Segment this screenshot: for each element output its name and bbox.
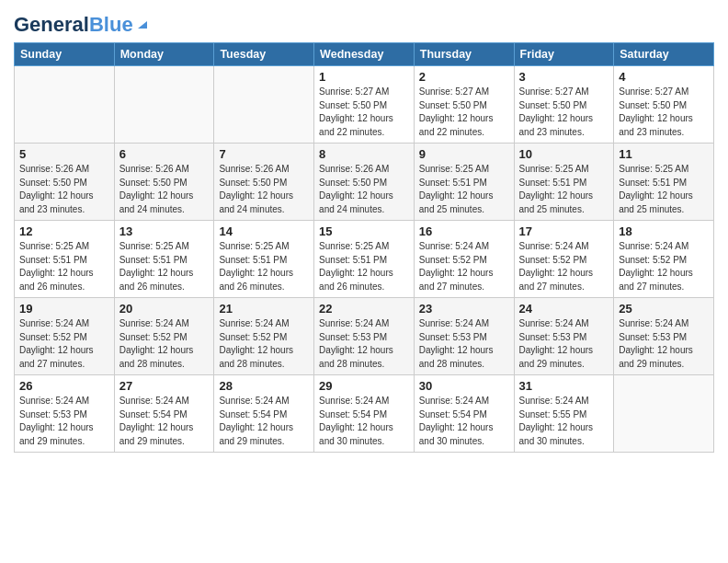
calendar-cell: 19Sunrise: 5:24 AM Sunset: 5:52 PM Dayli… [15,298,115,375]
calendar-week: 1Sunrise: 5:27 AM Sunset: 5:50 PM Daylig… [15,66,714,144]
calendar-cell: 21Sunrise: 5:24 AM Sunset: 5:52 PM Dayli… [214,298,314,375]
logo: GeneralBlue [14,15,149,35]
day-number: 28 [219,379,309,393]
day-info: Sunrise: 5:25 AM Sunset: 5:51 PM Dayligh… [319,240,409,293]
day-info: Sunrise: 5:26 AM Sunset: 5:50 PM Dayligh… [219,163,309,216]
calendar-cell: 11Sunrise: 5:25 AM Sunset: 5:51 PM Dayli… [614,144,714,221]
calendar-cell: 24Sunrise: 5:24 AM Sunset: 5:53 PM Dayli… [514,298,614,375]
calendar-cell: 16Sunrise: 5:24 AM Sunset: 5:52 PM Dayli… [414,221,514,298]
calendar-cell: 5Sunrise: 5:26 AM Sunset: 5:50 PM Daylig… [15,144,115,221]
day-info: Sunrise: 5:27 AM Sunset: 5:50 PM Dayligh… [619,86,709,139]
day-number: 10 [519,147,609,161]
day-number: 1 [319,70,409,84]
svg-marker-0 [138,21,147,29]
day-info: Sunrise: 5:25 AM Sunset: 5:51 PM Dayligh… [219,240,309,293]
calendar-cell: 12Sunrise: 5:25 AM Sunset: 5:51 PM Dayli… [15,221,115,298]
day-number: 30 [419,379,509,393]
day-info: Sunrise: 5:24 AM Sunset: 5:53 PM Dayligh… [19,395,109,448]
day-info: Sunrise: 5:24 AM Sunset: 5:54 PM Dayligh… [419,395,509,448]
day-number: 22 [319,302,409,316]
calendar-cell: 1Sunrise: 5:27 AM Sunset: 5:50 PM Daylig… [314,66,415,144]
calendar-cell: 8Sunrise: 5:26 AM Sunset: 5:50 PM Daylig… [314,144,415,221]
day-number: 18 [619,224,709,238]
calendar-cell: 30Sunrise: 5:24 AM Sunset: 5:54 PM Dayli… [414,375,514,453]
calendar-cell [614,375,714,453]
day-info: Sunrise: 5:26 AM Sunset: 5:50 PM Dayligh… [119,163,210,216]
calendar-cell: 18Sunrise: 5:24 AM Sunset: 5:52 PM Dayli… [614,221,714,298]
weekday-header: Sunday [15,43,115,66]
calendar-cell: 4Sunrise: 5:27 AM Sunset: 5:50 PM Daylig… [614,66,714,144]
day-info: Sunrise: 5:24 AM Sunset: 5:53 PM Dayligh… [519,317,609,371]
day-number: 7 [219,147,309,161]
day-info: Sunrise: 5:27 AM Sunset: 5:50 PM Dayligh… [419,86,509,139]
calendar-week: 12Sunrise: 5:25 AM Sunset: 5:51 PM Dayli… [15,221,714,298]
calendar-cell: 26Sunrise: 5:24 AM Sunset: 5:53 PM Dayli… [15,375,115,453]
day-number: 14 [219,224,309,238]
calendar-cell: 31Sunrise: 5:24 AM Sunset: 5:55 PM Dayli… [514,375,614,453]
day-number: 9 [419,147,509,161]
day-info: Sunrise: 5:26 AM Sunset: 5:50 PM Dayligh… [319,163,409,216]
day-info: Sunrise: 5:25 AM Sunset: 5:51 PM Dayligh… [619,163,709,216]
calendar-cell: 2Sunrise: 5:27 AM Sunset: 5:50 PM Daylig… [414,66,514,144]
logo-text: GeneralBlue [14,15,133,35]
calendar-body: 1Sunrise: 5:27 AM Sunset: 5:50 PM Daylig… [15,66,714,453]
day-info: Sunrise: 5:24 AM Sunset: 5:54 PM Dayligh… [319,395,409,448]
logo-general: General [14,13,89,36]
day-number: 29 [319,379,409,393]
calendar-cell: 20Sunrise: 5:24 AM Sunset: 5:52 PM Dayli… [114,298,214,375]
day-number: 31 [519,379,609,393]
day-info: Sunrise: 5:24 AM Sunset: 5:54 PM Dayligh… [119,395,210,448]
day-info: Sunrise: 5:24 AM Sunset: 5:53 PM Dayligh… [619,317,709,371]
day-info: Sunrise: 5:24 AM Sunset: 5:55 PM Dayligh… [519,395,609,448]
calendar-cell: 13Sunrise: 5:25 AM Sunset: 5:51 PM Dayli… [114,221,214,298]
weekday-header: Friday [514,43,614,66]
day-info: Sunrise: 5:27 AM Sunset: 5:50 PM Dayligh… [319,86,409,139]
calendar-week: 5Sunrise: 5:26 AM Sunset: 5:50 PM Daylig… [15,144,714,221]
calendar-week: 19Sunrise: 5:24 AM Sunset: 5:52 PM Dayli… [15,298,714,375]
calendar-header: SundayMondayTuesdayWednesdayThursdayFrid… [15,43,714,66]
day-number: 6 [119,147,210,161]
day-number: 12 [19,224,109,238]
calendar-cell: 10Sunrise: 5:25 AM Sunset: 5:51 PM Dayli… [514,144,614,221]
calendar-cell: 3Sunrise: 5:27 AM Sunset: 5:50 PM Daylig… [514,66,614,144]
day-number: 2 [419,70,509,84]
day-number: 26 [19,379,109,393]
calendar-cell: 29Sunrise: 5:24 AM Sunset: 5:54 PM Dayli… [314,375,415,453]
weekday-header: Tuesday [214,43,314,66]
calendar-cell: 9Sunrise: 5:25 AM Sunset: 5:51 PM Daylig… [414,144,514,221]
day-info: Sunrise: 5:24 AM Sunset: 5:53 PM Dayligh… [419,317,509,371]
day-info: Sunrise: 5:24 AM Sunset: 5:52 PM Dayligh… [219,317,309,371]
day-info: Sunrise: 5:24 AM Sunset: 5:53 PM Dayligh… [319,317,409,371]
day-number: 19 [19,302,109,316]
day-number: 4 [619,70,709,84]
day-number: 27 [119,379,210,393]
calendar-cell: 28Sunrise: 5:24 AM Sunset: 5:54 PM Dayli… [214,375,314,453]
logo-icon [134,16,149,30]
day-number: 17 [519,224,609,238]
day-info: Sunrise: 5:25 AM Sunset: 5:51 PM Dayligh… [19,240,109,293]
calendar-week: 26Sunrise: 5:24 AM Sunset: 5:53 PM Dayli… [15,375,714,453]
calendar-cell [114,66,214,144]
calendar-cell: 23Sunrise: 5:24 AM Sunset: 5:53 PM Dayli… [414,298,514,375]
calendar-cell: 15Sunrise: 5:25 AM Sunset: 5:51 PM Dayli… [314,221,415,298]
header-row: SundayMondayTuesdayWednesdayThursdayFrid… [15,43,714,66]
weekday-header: Wednesday [314,43,415,66]
day-info: Sunrise: 5:25 AM Sunset: 5:51 PM Dayligh… [419,163,509,216]
day-number: 16 [419,224,509,238]
day-info: Sunrise: 5:24 AM Sunset: 5:52 PM Dayligh… [419,240,509,293]
day-number: 8 [319,147,409,161]
calendar-cell: 22Sunrise: 5:24 AM Sunset: 5:53 PM Dayli… [314,298,415,375]
calendar-cell: 25Sunrise: 5:24 AM Sunset: 5:53 PM Dayli… [614,298,714,375]
weekday-header: Monday [114,43,214,66]
day-number: 11 [619,147,709,161]
day-number: 24 [519,302,609,316]
day-info: Sunrise: 5:24 AM Sunset: 5:54 PM Dayligh… [219,395,309,448]
day-number: 20 [119,302,210,316]
calendar-cell [15,66,115,144]
weekday-header: Thursday [414,43,514,66]
page-header: GeneralBlue [14,9,714,35]
day-info: Sunrise: 5:26 AM Sunset: 5:50 PM Dayligh… [19,163,109,216]
day-info: Sunrise: 5:24 AM Sunset: 5:52 PM Dayligh… [19,317,109,371]
calendar-cell: 6Sunrise: 5:26 AM Sunset: 5:50 PM Daylig… [114,144,214,221]
day-number: 3 [519,70,609,84]
